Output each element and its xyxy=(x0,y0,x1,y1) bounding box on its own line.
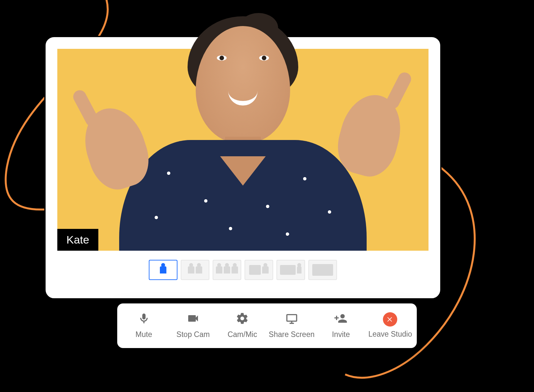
layout-option-pip-wide[interactable] xyxy=(276,260,305,280)
person-plus-icon xyxy=(334,312,347,327)
layout-option-pip[interactable] xyxy=(245,260,273,280)
video-feed: Kate xyxy=(57,49,429,251)
cam-mic-label: Cam/Mic xyxy=(228,330,257,339)
participant-name: Kate xyxy=(66,233,89,246)
invite-label: Invite xyxy=(332,330,350,339)
monitor-icon xyxy=(285,312,298,327)
mute-button[interactable]: Mute xyxy=(119,305,168,346)
camera-icon xyxy=(187,312,200,327)
cam-mic-settings-button[interactable]: Cam/Mic xyxy=(218,305,267,346)
video-studio-window: Kate xyxy=(44,36,442,300)
mute-label: Mute xyxy=(135,330,152,339)
close-icon xyxy=(383,312,397,327)
share-screen-button[interactable]: Share Screen xyxy=(267,305,316,346)
leave-label: Leave Studio xyxy=(368,330,412,339)
leave-studio-button[interactable]: Leave Studio xyxy=(366,305,415,346)
stop-cam-label: Stop Cam xyxy=(176,330,210,339)
invite-button[interactable]: Invite xyxy=(316,305,365,346)
layout-option-single[interactable] xyxy=(149,260,177,280)
layout-selector xyxy=(57,260,429,280)
microphone-icon xyxy=(137,312,150,327)
stop-cam-button[interactable]: Stop Cam xyxy=(168,305,218,346)
share-screen-label: Share Screen xyxy=(269,330,315,339)
layout-option-two[interactable] xyxy=(181,260,209,280)
gear-icon xyxy=(236,312,249,327)
participant-illustration xyxy=(57,49,429,251)
participant-name-tag: Kate xyxy=(57,229,98,251)
studio-toolbar: Mute Stop Cam Cam/Mic Share Screen Invit… xyxy=(117,303,417,348)
layout-option-full[interactable] xyxy=(308,260,337,280)
layout-option-three[interactable] xyxy=(213,260,241,280)
